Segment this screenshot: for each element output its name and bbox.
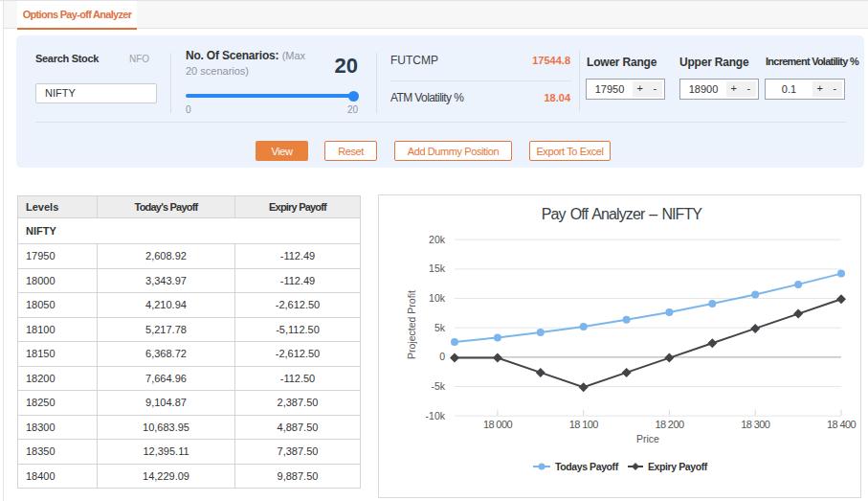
svg-text:20k: 20k [429,234,446,245]
svg-text:0: 0 [439,351,445,362]
svg-text:-10k: -10k [426,410,446,421]
svg-text:Pay Off Analyzer – NIFTY: Pay Off Analyzer – NIFTY [542,206,703,222]
svg-text:10k: 10k [429,292,446,304]
svg-text:-5k: -5k [431,380,445,392]
svg-text:Expiry Payoff: Expiry Payoff [648,461,708,472]
svg-text:Price: Price [636,433,659,444]
svg-text:Projected Profit: Projected Profit [406,290,417,359]
svg-text:18 400: 18 400 [827,419,857,430]
svg-text:15k: 15k [429,262,446,274]
svg-text:18 100: 18 100 [569,419,599,430]
svg-text:18 000: 18 000 [483,419,513,430]
svg-text:5k: 5k [434,322,446,333]
svg-text:Todays Payoff: Todays Payoff [555,461,619,472]
svg-text:18 200: 18 200 [655,419,684,430]
svg-text:18 300: 18 300 [741,419,770,430]
